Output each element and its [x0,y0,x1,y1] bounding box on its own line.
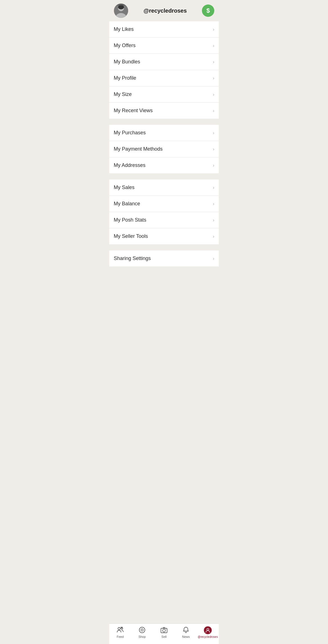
menu-item-my-purchases[interactable]: My Purchases › [109,125,219,141]
svg-point-14 [207,628,209,630]
section-divider-2 [109,173,219,180]
bottom-spacer [109,266,219,295]
svg-point-10 [141,629,143,631]
feed-label: Feed [117,635,124,638]
account-icon [204,626,212,634]
chevron-icon: › [213,185,214,190]
menu-section-1: My Likes › My Offers › My Bundles › My P… [109,21,219,119]
section-divider-1 [109,119,219,125]
account-label: @recycledroses [198,635,218,638]
svg-point-5 [118,627,120,630]
news-label: News [182,635,190,638]
username-title: @recycledroses [128,8,202,14]
svg-point-13 [166,629,166,629]
dollar-icon: $ [206,7,210,14]
menu-item-my-seller-tools[interactable]: My Seller Tools › [109,228,219,244]
menu-item-my-posh-stats[interactable]: My Posh Stats › [109,212,219,228]
menu-item-my-likes[interactable]: My Likes › [109,21,219,38]
avatar[interactable] [114,3,128,18]
shop-icon [138,626,146,634]
menu-item-my-sales[interactable]: My Sales › [109,180,219,196]
shop-label: Shop [138,635,146,638]
menu-section-2: My Purchases › My Payment Methods › My A… [109,125,219,173]
chevron-icon: › [213,76,214,81]
chevron-icon: › [213,108,214,113]
menu-item-my-offers[interactable]: My Offers › [109,38,219,54]
dollar-badge[interactable]: $ [202,4,214,17]
sell-icon [160,626,168,634]
svg-point-9 [139,627,145,633]
chevron-icon: › [213,234,214,239]
menu-item-my-profile[interactable]: My Profile › [109,70,219,86]
chevron-icon: › [213,130,214,135]
svg-point-3 [118,5,124,9]
nav-avatar [204,626,212,634]
menu-item-my-size[interactable]: My Size › [109,86,219,103]
chevron-icon: › [213,147,214,152]
feed-icon [116,626,124,634]
nav-item-account[interactable]: @recycledroses [197,626,219,638]
menu-section-3: My Sales › My Balance › My Posh Stats › … [109,180,219,244]
sell-label: Sell [161,635,167,638]
chevron-icon: › [213,59,214,65]
section-divider-3 [109,244,219,250]
chevron-icon: › [213,201,214,206]
menu-section-4: Sharing Settings › [109,250,219,266]
nav-item-news[interactable]: News [175,626,197,638]
svg-rect-4 [114,3,128,6]
menu-item-my-bundles[interactable]: My Bundles › [109,54,219,70]
chevron-icon: › [213,256,214,261]
header: @recycledroses $ [109,0,219,21]
svg-point-12 [163,629,165,632]
nav-item-feed[interactable]: Feed [109,626,131,638]
chevron-icon: › [213,163,214,168]
nav-item-sell[interactable]: Sell [153,626,175,638]
news-icon [182,626,190,634]
chevron-icon: › [213,218,214,223]
menu-item-my-recent-views[interactable]: My Recent Views › [109,103,219,119]
chevron-icon: › [213,92,214,97]
menu-item-my-payment-methods[interactable]: My Payment Methods › [109,141,219,157]
chevron-icon: › [213,43,214,48]
bottom-navigation: Feed Shop Sell [109,624,219,644]
menu-item-my-balance[interactable]: My Balance › [109,196,219,212]
menu-item-my-addresses[interactable]: My Addresses › [109,157,219,173]
menu-item-sharing-settings[interactable]: Sharing Settings › [109,250,219,266]
chevron-icon: › [213,27,214,32]
nav-item-shop[interactable]: Shop [131,626,153,638]
